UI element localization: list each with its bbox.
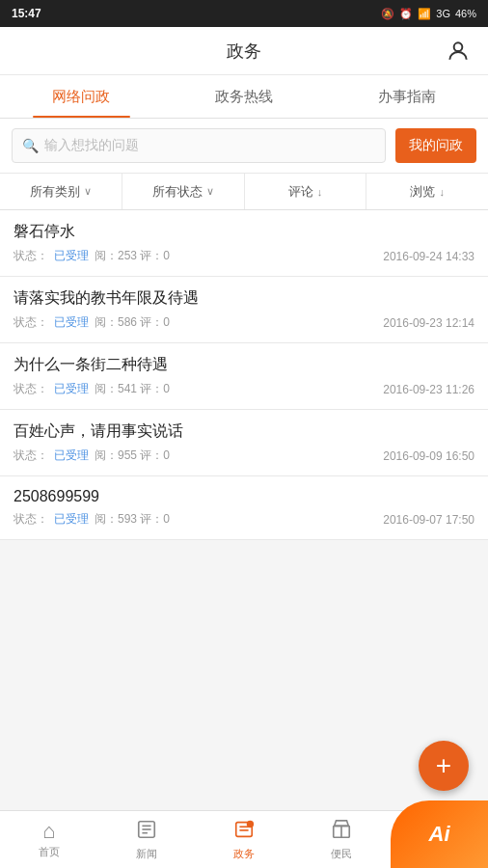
add-question-fab[interactable]: + [419,741,469,791]
comment-sort-icon: ↓ [317,186,323,198]
status-icons: 🔕 ⏰ 📶 3G 46% [381,8,476,20]
user-icon-button[interactable] [444,37,473,66]
status-label: 状态： [14,248,48,264]
content-area: 磐石停水 状态：已受理 阅：253 评：0 2016-09-24 14:33 请… [0,210,488,868]
tab-rexian[interactable]: 政务热线 [163,75,326,118]
tab-wangluo[interactable]: 网络问政 [0,75,163,118]
status-time: 15:47 [12,7,41,20]
item-title: 磐石停水 [14,222,474,242]
item-title: 请落实我的教书年限及待遇 [14,288,474,309]
list-item[interactable]: 为什么一条街二种待遇 状态：已受理 阅：541 评：0 2016-09-23 1… [0,343,488,410]
status-label: 状态： [14,314,48,331]
alarm-icon: ⏰ [399,8,413,20]
affairs-icon: ! [233,819,255,844]
list-item[interactable]: 2508699599 状态：已受理 阅：593 评：0 2016-09-07 1… [0,476,488,540]
nav-convenience[interactable]: 便民 [293,811,391,868]
search-input-wrap[interactable]: 🔍 输入想找的问题 [12,128,386,163]
list-item[interactable]: 请落实我的教书年限及待遇 状态：已受理 阅：586 评：0 2016-09-23… [0,277,488,343]
wifi-icon: 📶 [418,8,431,20]
item-stats: 阅：955 评：0 [95,448,170,464]
item-title: 2508699599 [14,488,474,505]
item-stats: 阅：253 评：0 [95,248,170,264]
item-meta: 状态：已受理 阅：253 评：0 2016-09-24 14:33 [14,248,474,264]
nav-affairs-label: 政务 [233,847,255,861]
status-bar: 15:47 🔕 ⏰ 📶 3G 46% [0,0,488,27]
header: 政务 [0,27,488,75]
tab-banshi[interactable]: 办事指南 [325,75,488,118]
page-wrapper: 15:47 🔕 ⏰ 📶 3G 46% 政务 网络问政 政务热线 办事指南 [0,0,488,868]
list-item[interactable]: 磐石停水 状态：已受理 阅：253 评：0 2016-09-24 14:33 [0,210,488,277]
tabs: 网络问政 政务热线 办事指南 [0,75,488,119]
search-placeholder: 输入想找的问题 [44,137,139,154]
battery-label: 46% [455,8,476,19]
filter-comment[interactable]: 评论 ↓ [245,174,367,209]
status-arrow-icon: ∨ [206,185,214,198]
search-icon: 🔍 [22,138,39,153]
filter-status[interactable]: 所有状态 ∨ [122,174,245,209]
status-value: 已受理 [54,511,89,528]
nav-home-label: 首页 [39,845,60,859]
page-title: 政务 [227,40,261,63]
content-list: 磐石停水 状态：已受理 阅：253 评：0 2016-09-24 14:33 请… [0,210,488,540]
item-date: 2016-09-07 17:50 [383,513,474,527]
filter-category[interactable]: 所有类别 ∨ [0,174,122,209]
convenience-icon [331,819,352,844]
status-value: 已受理 [54,314,89,331]
item-stats: 阅：586 评：0 [95,314,170,331]
status-value: 已受理 [54,381,89,397]
news-icon [136,819,157,844]
mute-icon: 🔕 [381,8,394,20]
search-bar: 🔍 输入想找的问题 我的问政 [0,119,488,174]
list-item[interactable]: 百姓心声，请用事实说话 状态：已受理 阅：955 评：0 2016-09-09 … [0,410,488,476]
item-title: 百姓心声，请用事实说话 [14,421,474,442]
status-label: 状态： [14,381,48,397]
item-meta: 状态：已受理 阅：586 评：0 2016-09-23 12:14 [14,314,474,331]
item-date: 2016-09-23 11:26 [383,383,474,396]
item-stats: 阅：593 评：0 [95,511,170,528]
item-title: 为什么一条街二种待遇 [14,355,474,375]
item-stats: 阅：541 评：0 [95,381,170,397]
filter-row: 所有类别 ∨ 所有状态 ∨ 评论 ↓ 浏览 ↓ [0,174,488,210]
svg-point-0 [454,42,463,51]
item-date: 2016-09-09 16:50 [383,449,474,463]
browse-sort-icon: ↓ [439,186,445,198]
nav-news-label: 新闻 [136,847,157,861]
item-date: 2016-09-24 14:33 [383,250,474,263]
item-date: 2016-09-23 12:14 [383,316,474,330]
status-label: 状态： [14,511,48,528]
nav-affairs[interactable]: ! 政务 [195,811,292,868]
home-icon: ⌂ [42,821,55,842]
category-arrow-icon: ∨ [84,185,92,198]
nav-home[interactable]: ⌂ 首页 [0,811,97,868]
status-label: 状态： [14,448,48,464]
status-value: 已受理 [54,448,89,464]
item-meta: 状态：已受理 阅：593 评：0 2016-09-07 17:50 [14,511,474,528]
filter-browse[interactable]: 浏览 ↓ [366,174,488,209]
ai-badge[interactable]: Ai [391,800,488,868]
status-value: 已受理 [54,248,89,264]
nav-convenience-label: 便民 [331,847,352,861]
nav-news[interactable]: 新闻 [97,811,195,868]
item-meta: 状态：已受理 阅：955 评：0 2016-09-09 16:50 [14,448,474,464]
item-meta: 状态：已受理 阅：541 评：0 2016-09-23 11:26 [14,381,474,397]
signal-label: 3G [436,8,450,19]
my-questions-button[interactable]: 我的问政 [395,128,476,163]
